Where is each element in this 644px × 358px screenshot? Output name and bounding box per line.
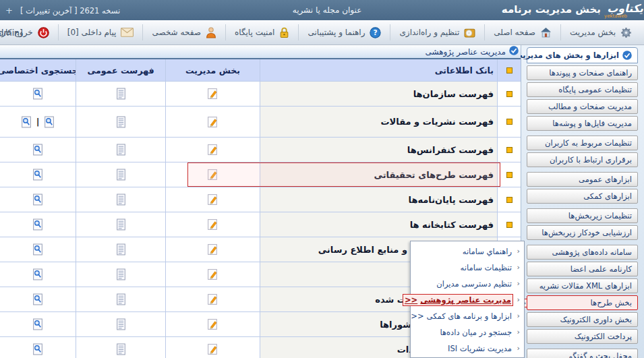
public-list-cell	[76, 138, 165, 162]
manage-cell	[165, 312, 260, 336]
doc-icon[interactable]	[116, 144, 126, 156]
doc-icon[interactable]	[116, 116, 126, 128]
toolbar-button-person[interactable]: صفحه شخصی	[142, 24, 225, 40]
sidebar-item-16[interactable]: پرداخت الکترونیک ‹	[527, 329, 638, 344]
sidebar-item-13[interactable]: ابزارهای XML مقالات نشریه ‹	[527, 278, 638, 293]
version-text[interactable]: نسخه 2621 [ آخرین تغییرات ]	[20, 6, 120, 16]
doc-icon[interactable]	[116, 293, 126, 305]
search-icon[interactable]	[32, 169, 43, 181]
sidebar-item-6[interactable]: برقراری ارتباط با کاربران	[527, 152, 638, 167]
journal-title: عنوان مجله یا نشریه	[266, 5, 388, 15]
doc-icon[interactable]	[116, 193, 126, 206]
toolbar-button-home[interactable]: صفحه اصلی	[484, 24, 560, 40]
sidebar-item-0[interactable]: ابزارها و بخش های مدیریت	[527, 47, 638, 63]
toolbar-button-help[interactable]: ? راهنما و پشتیبانی	[298, 24, 390, 40]
doc-icon[interactable]	[116, 169, 126, 181]
toolbar-button-label: صفحه اصلی	[494, 28, 535, 37]
pencil-icon[interactable]	[207, 116, 218, 128]
toolbar-button-lock[interactable]: امنیت پایگاه	[225, 24, 299, 40]
popup-menu-item-1[interactable]: ‹ تنظیمات سامانه	[411, 260, 524, 276]
search-cell	[0, 82, 76, 106]
pencil-icon[interactable]	[207, 268, 218, 280]
search-icon[interactable]	[32, 343, 43, 355]
popup-menu-item-3[interactable]: ‹ مدیریت عناصر پژوهشی>>	[411, 292, 524, 308]
search-icon[interactable]	[32, 218, 43, 231]
search-icon[interactable]	[44, 116, 55, 128]
sidebar-item-11[interactable]: سامانه داده‌های پژوهشی ‹	[527, 245, 638, 260]
search-icon[interactable]	[32, 144, 43, 156]
popup-menu-item-4[interactable]: ‹ ابزارها و برنامه های کمکی>>	[411, 308, 524, 324]
search-cell	[0, 287, 76, 311]
power-icon	[38, 27, 49, 38]
doc-icon[interactable]	[116, 343, 126, 355]
public-list-cell	[76, 287, 165, 311]
pencil-icon[interactable]	[207, 293, 218, 305]
search-icon[interactable]	[32, 243, 43, 256]
public-list-cell	[76, 187, 165, 212]
pencil-icon[interactable]	[207, 88, 218, 100]
row-label: فهرست کنفرانس‌ها	[260, 138, 497, 162]
chevron-left-icon: ‹	[517, 311, 520, 320]
popup-item-suffix: >>	[411, 311, 423, 321]
chevron-left-icon: ‹	[517, 328, 520, 336]
sidebar-item-label: تنظیمات زیربخش‌ها	[568, 211, 632, 220]
table-row-0: فهرست سازمان‌ها	[0, 82, 521, 107]
help-icon: ?	[370, 27, 381, 38]
sidebar-item-label: محفل بحث و گفتگو	[568, 351, 632, 358]
popup-item-label: راهنماي سامانه	[463, 247, 512, 256]
toolbar-button-mail[interactable]: پیام داخلی [0]	[58, 24, 143, 40]
toolbar-button-setup[interactable]: تنظیم و راه‌اندازی	[390, 24, 484, 40]
popup-item-suffix: >>	[405, 295, 417, 305]
popup-menu-item-2[interactable]: ‹ تنظیم دسترسی مدیران	[411, 276, 524, 292]
sidebar-item-2[interactable]: تنظیمات عمومی پایگاه	[527, 82, 638, 97]
pencil-icon[interactable]	[207, 243, 218, 256]
pencil-icon[interactable]	[207, 169, 218, 181]
doc-icon[interactable]	[116, 318, 126, 330]
sidebar-item-14[interactable]: بخش طرح‌ها ‹	[527, 295, 638, 310]
search-icon[interactable]	[32, 193, 43, 206]
sidebar-item-1[interactable]: راهنمای صفحات و پیوندها	[527, 65, 638, 80]
page-title: مدیریت عناصر پژوهشی	[426, 47, 506, 57]
toolbar: بخش مدیریت صفحه اصلی تنظیم و راه‌اندازی …	[0, 20, 644, 45]
search-icon[interactable]	[21, 116, 32, 128]
popup-menu-item-6[interactable]: ‹ مدیریت نشریات ISI	[411, 340, 524, 357]
sidebar-item-17[interactable]: محفل بحث و گفتگو ‹	[527, 349, 638, 358]
pencil-icon[interactable]	[207, 144, 218, 156]
sidebar-item-15[interactable]: بخش داوری الکترونیک ‹	[527, 312, 638, 327]
sidebar-item-10[interactable]: ارزشیابی خودکار زیربخش‌ها	[527, 225, 638, 240]
manage-cell	[165, 107, 260, 137]
public-list-cell	[76, 107, 165, 137]
doc-icon[interactable]	[116, 218, 126, 231]
sidebar-item-4[interactable]: مدیریت فایل‌ها و پوشه‌ها	[527, 116, 638, 131]
column-header-manage: بخش مدیریت	[165, 59, 260, 81]
search-icon[interactable]	[32, 318, 43, 330]
expand-plus-icon[interactable]: +	[5, 5, 13, 16]
pencil-icon[interactable]	[207, 193, 218, 206]
sidebar-item-7[interactable]: ابزارهای عمومی	[527, 172, 638, 187]
manage-cell	[165, 287, 260, 311]
pencil-icon[interactable]	[207, 318, 218, 330]
chevron-left-icon: ‹	[517, 344, 520, 353]
doc-icon[interactable]	[116, 243, 126, 256]
toolbar-button-label: تنظیم و راه‌اندازی	[399, 28, 459, 37]
search-icon[interactable]	[32, 88, 43, 100]
doc-icon[interactable]	[116, 268, 126, 280]
popup-menu-item-0[interactable]: ‹ راهنماي سامانه	[411, 243, 524, 260]
toolbar-button-gear[interactable]: بخش مدیریت	[560, 24, 641, 40]
sidebar-item-12[interactable]: کارنامه علمی اعضا ‹	[527, 262, 638, 276]
pencil-icon[interactable]	[207, 343, 218, 355]
sidebar-item-3[interactable]: مدیریت صفحات و مطالب	[527, 99, 638, 114]
sidebar-item-8[interactable]: ابزارهای کمکی	[527, 189, 638, 204]
sidebar-item-label: سامانه داده‌های پژوهشی	[552, 247, 632, 257]
pencil-icon[interactable]	[207, 218, 218, 231]
search-icon[interactable]	[32, 268, 43, 280]
search-icon[interactable]	[32, 293, 43, 305]
popup-menu-item-5[interactable]: ‹ جستجو در میان داده‌ها	[411, 324, 524, 340]
sidebar-item-5[interactable]: تنظیمات مربوط به کاربران	[527, 136, 638, 150]
sidebar-item-label: برقراری ارتباط با کاربران	[550, 155, 632, 165]
sidebar-item-label: ارزشیابی خودکار زیربخش‌ها	[541, 228, 632, 237]
table-row-5: فهرست کتابخانه ها	[0, 212, 521, 237]
search-cell	[0, 262, 76, 287]
sidebar-item-9[interactable]: تنظیمات زیربخش‌ها	[527, 208, 638, 223]
doc-icon[interactable]	[116, 88, 126, 100]
